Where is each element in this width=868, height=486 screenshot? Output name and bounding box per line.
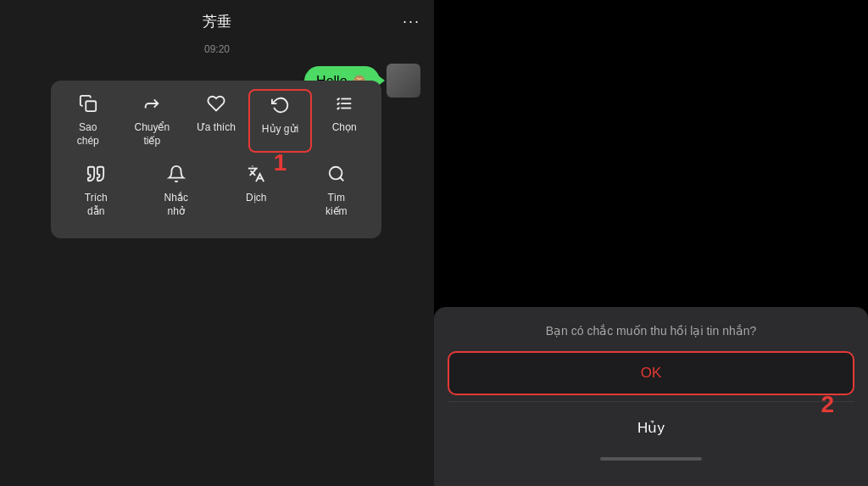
menu-item-recall[interactable]: Hủy gửi 1	[248, 89, 313, 153]
menu-item-search-label: Tìmkiếm	[326, 192, 348, 218]
copy-icon	[79, 94, 97, 118]
avatar-placeholder	[387, 64, 420, 98]
right-panel: Bạn có chắc muốn thu hồi lại tin nhắn? O…	[434, 0, 868, 486]
menu-item-recall-label: Hủy gửi	[262, 123, 298, 137]
menu-item-translate[interactable]: Dịch	[222, 159, 290, 223]
dialog-message: Bạn có chắc muốn thu hồi lại tin nhắn?	[546, 324, 757, 338]
menu-item-quote[interactable]: Tríchdẫn	[62, 159, 130, 223]
menu-item-favorite[interactable]: Ưa thích	[184, 89, 248, 153]
favorite-icon	[207, 94, 225, 118]
menu-item-select-label: Chọn	[332, 121, 357, 135]
menu-row-1: Saochép Chuyểntiếp Ưa thích	[56, 89, 376, 153]
svg-rect-0	[86, 101, 96, 111]
forward-icon	[142, 94, 161, 118]
more-button[interactable]: ···	[403, 13, 420, 31]
dialog-sheet: Bạn có chắc muốn thu hồi lại tin nhắn? O…	[434, 307, 868, 486]
avatar	[387, 64, 420, 98]
menu-item-favorite-label: Ưa thích	[197, 121, 236, 135]
search-icon	[327, 165, 346, 188]
left-panel: 芳垂 ··· 09:20 Hello 🙈 Saochép	[0, 0, 434, 486]
home-indicator	[600, 457, 702, 461]
menu-item-translate-label: Dịch	[246, 192, 266, 205]
dialog-cancel-button[interactable]: Hủy	[448, 407, 854, 449]
menu-item-search[interactable]: Tìmkiếm	[303, 159, 370, 223]
select-icon	[335, 94, 353, 118]
menu-item-copy[interactable]: Saochép	[56, 89, 120, 153]
menu-item-remind-label: Nhắcnhở	[164, 192, 188, 218]
svg-point-4	[330, 167, 342, 180]
menu-item-copy-label: Saochép	[77, 121, 99, 148]
menu-item-quote-label: Tríchdẫn	[85, 192, 108, 218]
menu-row-2: Tríchdẫn Nhắcnhở	[56, 159, 376, 223]
chat-header: 芳垂 ···	[0, 0, 434, 43]
menu-item-forward[interactable]: Chuyểntiếp	[120, 89, 185, 153]
menu-item-forward-label: Chuyểntiếp	[134, 121, 170, 148]
dialog-divider	[448, 401, 854, 402]
quote-icon	[86, 165, 105, 188]
translate-icon	[247, 165, 265, 188]
context-menu: Saochép Chuyểntiếp Ưa thích	[51, 81, 381, 238]
dialog-ok-button[interactable]: OK	[448, 351, 854, 395]
step-badge-2: 2	[821, 391, 834, 418]
remind-icon	[167, 165, 186, 188]
recall-icon	[271, 96, 290, 120]
svg-line-5	[340, 177, 343, 181]
chat-title: 芳垂	[203, 12, 231, 31]
menu-item-remind[interactable]: Nhắcnhở	[142, 159, 210, 223]
menu-item-select[interactable]: Chọn	[312, 89, 376, 153]
chat-timestamp: 09:20	[0, 43, 434, 55]
